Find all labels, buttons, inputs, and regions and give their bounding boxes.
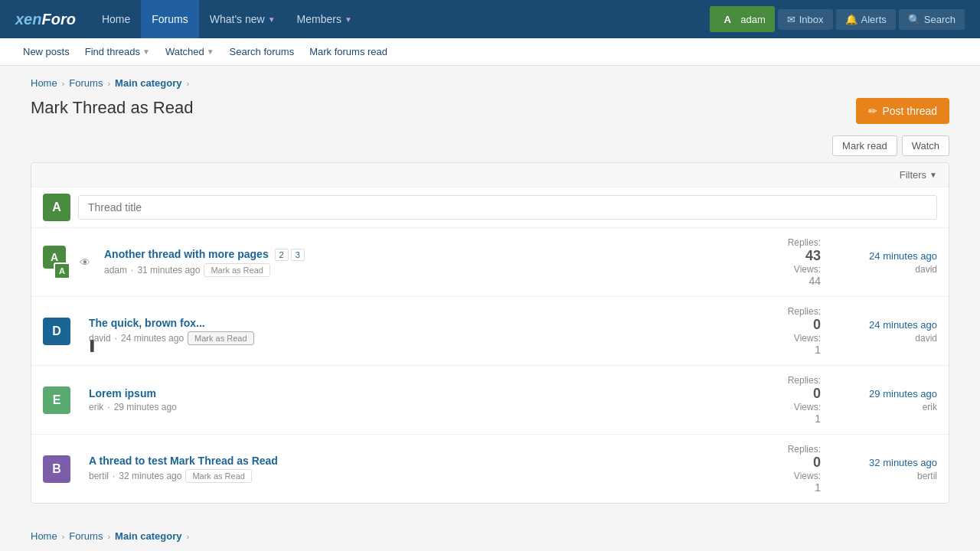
- sub-nav-new-posts[interactable]: New posts: [15, 38, 77, 66]
- thread-author: adam: [104, 265, 127, 276]
- thread-unread-icon[interactable]: 👁: [80, 256, 90, 269]
- search-button[interactable]: 🔍 Search: [899, 9, 965, 30]
- views-label: Views:: [794, 471, 821, 481]
- alerts-button[interactable]: 🔔 Alerts: [836, 9, 896, 30]
- page-header: Mark Thread as Read ✏ Post thread: [31, 98, 949, 124]
- last-activity-time[interactable]: 29 minutes ago: [830, 388, 937, 399]
- page-link[interactable]: 3: [291, 249, 305, 261]
- thread-last-activity: 24 minutes ago david: [830, 250, 937, 275]
- thread-avatar: E: [43, 386, 70, 414]
- thread-author: erik: [89, 402, 103, 412]
- nav-members[interactable]: Members ▼: [286, 0, 363, 38]
- top-right-actions: A adam ✉ Inbox 🔔 Alerts 🔍 Search: [710, 6, 965, 32]
- thread-last-activity: 29 minutes ago erik: [830, 388, 937, 412]
- replies-label: Replies:: [788, 444, 821, 455]
- filters-bar: Filters ▼: [31, 163, 949, 187]
- thread-info: The quick, brown fox... david · 24 minut…: [89, 317, 735, 345]
- views-label: Views:: [794, 333, 821, 344]
- nav-forums[interactable]: Forums: [141, 0, 198, 38]
- thread-list-container: Filters ▼ A A A 👁 Another thread with mo…: [31, 162, 949, 504]
- replies-count: 0: [744, 455, 821, 471]
- last-activity-user: david: [830, 264, 937, 275]
- replies-label: Replies:: [788, 306, 821, 317]
- mark-read-button[interactable]: Mark read: [832, 135, 897, 156]
- post-thread-button[interactable]: ✏ Post thread: [856, 98, 949, 124]
- thread-avatar: D: [43, 318, 70, 345]
- thread-stats: Replies: 0 Views: 1: [744, 444, 821, 494]
- page-title: Mark Thread as Read: [31, 98, 193, 118]
- thread-title-input[interactable]: [78, 195, 937, 220]
- breadcrumb-forums[interactable]: Forums: [69, 77, 103, 89]
- thread-pages: 23: [275, 249, 305, 261]
- replies-label: Replies:: [788, 375, 821, 386]
- filters-button[interactable]: Filters ▼: [900, 169, 937, 181]
- user-menu-button[interactable]: A adam: [710, 6, 775, 32]
- replies-label: Replies:: [788, 237, 821, 248]
- thread-time: 29 minutes ago: [114, 402, 177, 412]
- table-row: E Lorem ipsum erik · 29 minutes ago Rep: [31, 366, 949, 435]
- thread-list: A A 👁 Another thread with more pages 23 …: [31, 228, 949, 503]
- edit-icon: ✏: [868, 105, 877, 117]
- mark-as-read-button[interactable]: Mark as Read: [204, 263, 270, 277]
- footer-breadcrumb: Home › Forums › Main category ›: [15, 530, 965, 551]
- thread-info: Lorem ipsum erik · 29 minutes ago: [89, 387, 735, 412]
- nav-whats-new[interactable]: What's new ▼: [199, 0, 286, 38]
- watch-button[interactable]: Watch: [902, 135, 949, 156]
- thread-time: 24 minutes ago: [121, 333, 184, 344]
- thread-title-link[interactable]: Lorem ipsum: [89, 387, 156, 399]
- thread-avatar: B: [43, 455, 70, 483]
- views-count: 1: [744, 412, 821, 425]
- breadcrumb-sep-3: ›: [187, 79, 190, 88]
- thread-title-link[interactable]: A thread to test Mark Thread as Read: [89, 455, 278, 467]
- filters-arrow: ▼: [929, 171, 937, 179]
- replies-count: 0: [744, 386, 821, 402]
- inbox-icon: ✉: [787, 14, 795, 25]
- thread-stats: Replies: 0 Views: 1: [744, 306, 821, 356]
- table-row: A A 👁 Another thread with more pages 23 …: [31, 228, 949, 297]
- mark-as-read-button[interactable]: Mark as Read: [185, 469, 251, 483]
- inbox-button[interactable]: ✉ Inbox: [778, 9, 833, 30]
- last-activity-time[interactable]: 32 minutes ago: [830, 457, 937, 468]
- breadcrumb-current: Main category: [115, 77, 181, 89]
- sub-nav-search-forums[interactable]: Search forums: [222, 38, 302, 66]
- breadcrumb-sep-2: ›: [107, 79, 110, 88]
- new-thread-input-row: A: [31, 187, 949, 228]
- main-content: Home › Forums › Main category › Mark Thr…: [15, 66, 965, 515]
- thread-author: bertil: [89, 471, 109, 481]
- nav-home[interactable]: Home: [91, 0, 141, 38]
- watched-arrow: ▼: [207, 47, 214, 56]
- table-row: D The quick, brown fox... david · 24 min…: [31, 297, 949, 366]
- find-threads-arrow: ▼: [142, 47, 150, 56]
- thread-meta: adam · 31 minutes ago Mark as Read: [104, 263, 735, 277]
- footer-breadcrumb-forums[interactable]: Forums: [69, 530, 103, 542]
- breadcrumb-home[interactable]: Home: [31, 77, 57, 89]
- last-activity-time[interactable]: 24 minutes ago: [830, 319, 937, 331]
- thread-time: 32 minutes ago: [119, 471, 181, 481]
- footer-breadcrumb-home[interactable]: Home: [31, 530, 57, 542]
- thread-info: A thread to test Mark Thread as Read ber…: [89, 455, 735, 483]
- footer-breadcrumb-current: Main category: [115, 530, 181, 542]
- thread-meta: david · 24 minutes ago Mark as Read ▌: [89, 331, 735, 345]
- views-count: 1: [744, 481, 821, 494]
- current-user-avatar: A: [43, 194, 70, 221]
- page-link[interactable]: 2: [275, 249, 289, 261]
- members-arrow: ▼: [345, 15, 352, 24]
- bell-icon: 🔔: [845, 14, 858, 25]
- mark-as-read-button[interactable]: Mark as Read: [188, 331, 253, 345]
- sub-nav-mark-forums-read[interactable]: Mark forums read: [302, 38, 395, 66]
- thread-title-link[interactable]: Another thread with more pages: [104, 248, 269, 260]
- thread-title-link[interactable]: The quick, brown fox...: [89, 317, 205, 329]
- logo: xenForo: [15, 11, 76, 28]
- views-label: Views:: [794, 264, 821, 275]
- sub-nav-find-threads[interactable]: Find threads ▼: [77, 38, 158, 66]
- thread-time: 31 minutes ago: [137, 265, 200, 276]
- whats-new-arrow: ▼: [268, 15, 276, 24]
- views-count: 44: [744, 275, 821, 287]
- last-activity-time[interactable]: 24 minutes ago: [830, 250, 937, 262]
- user-avatar: A: [719, 11, 736, 28]
- breadcrumb: Home › Forums › Main category ›: [31, 77, 949, 89]
- sub-nav-watched[interactable]: Watched ▼: [158, 38, 222, 66]
- top-navbar: xenForo Home Forums What's new ▼ Members…: [0, 0, 980, 38]
- thread-meta: bertil · 32 minutes ago Mark as Read: [89, 469, 735, 483]
- last-activity-user: bertil: [830, 471, 937, 481]
